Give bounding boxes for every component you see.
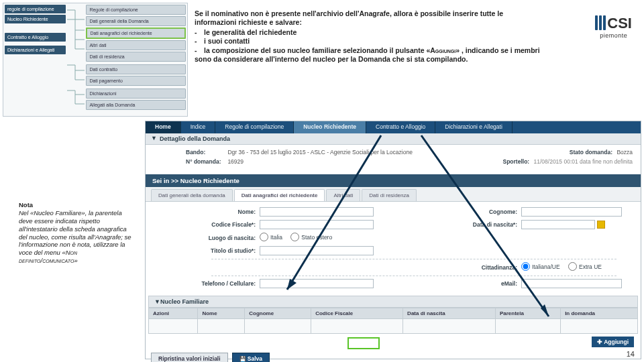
- highlight-salva: [347, 337, 380, 349]
- col-cf: Codice Fiscale: [311, 308, 403, 319]
- label-telefono: Telefono / Cellulare:: [199, 280, 260, 287]
- mini-right-item: Dichiarazioni: [86, 88, 186, 99]
- tab-indice[interactable]: Indice: [181, 121, 216, 133]
- svg-line-0: [421, 135, 549, 316]
- mini-nav-thumbnail: regole di compilazione Nucleo Richiedent…: [3, 3, 188, 117]
- mini-right-item-highlighted: Dati anagrafici del richiedente: [86, 27, 186, 39]
- annotation-arrow-2: [274, 129, 394, 304]
- chevron-down-icon: ▼: [154, 298, 160, 305]
- nucleo-table: Azioni Nome Cognome Codice Fiscale Data …: [148, 308, 638, 334]
- salva-button[interactable]: Salva: [232, 353, 270, 362]
- side-note: Nota Nel «Nucleo Familiare», la parentel…: [19, 201, 133, 265]
- mini-right-item: Dati pagamento: [86, 76, 186, 86]
- col-nome: Nome: [198, 308, 245, 319]
- mini-left-item: Contratto e Alloggio: [5, 33, 66, 42]
- calendar-icon[interactable]: [597, 221, 605, 229]
- col-azioni: Azioni: [149, 308, 198, 319]
- mini-right-item: Regole di compilazione: [86, 5, 186, 15]
- tab-home[interactable]: Home: [146, 121, 181, 133]
- label-titolo-studio: Titolo di studio*:: [199, 247, 260, 254]
- mini-right-item: Altri dati: [86, 40, 186, 50]
- mini-left-item: Dichiarazioni e Allegati: [5, 46, 66, 54]
- label-luogo-nascita: Luogo di nascita:: [199, 235, 260, 241]
- svg-line-2: [287, 135, 381, 290]
- page-number: 14: [627, 350, 635, 358]
- annotation-arrow-1: [415, 129, 562, 331]
- mini-right-item: Allegati alla Domanda: [86, 100, 186, 110]
- intro-text: Se il nominativo non è presente nell'arc…: [195, 9, 543, 64]
- mini-right-item: Dati generali della Domanda: [86, 16, 186, 26]
- chevron-down-icon: ▼: [151, 135, 157, 141]
- csi-logo: CSI piemonte: [595, 15, 632, 39]
- col-cognome: Cognome: [245, 308, 311, 319]
- table-row: [149, 319, 638, 334]
- footer-buttons: Ripristina valori iniziali Salva: [146, 350, 641, 362]
- svg-marker-3: [287, 279, 297, 290]
- label-nome: Nome:: [199, 208, 260, 215]
- mini-left-item: regole di compilazione: [5, 5, 66, 13]
- subtab-dati-generali[interactable]: Dati generali della domanda: [151, 189, 233, 201]
- mini-right-item: Dati di residenza: [86, 52, 186, 62]
- ripristina-button[interactable]: Ripristina valori iniziali: [151, 353, 228, 362]
- mini-right-item: Dati contratto: [86, 64, 186, 74]
- radio-extra-ue[interactable]: Extra UE: [568, 262, 602, 271]
- col-in-domanda: In domanda: [561, 308, 638, 319]
- mini-connector-lines: [66, 5, 86, 112]
- mini-left-item: Nucleo Richiedente: [5, 15, 66, 23]
- label-codice-fiscale: Codice Fiscale*:: [199, 221, 260, 228]
- aggiungi-button[interactable]: Aggiungi: [592, 337, 634, 347]
